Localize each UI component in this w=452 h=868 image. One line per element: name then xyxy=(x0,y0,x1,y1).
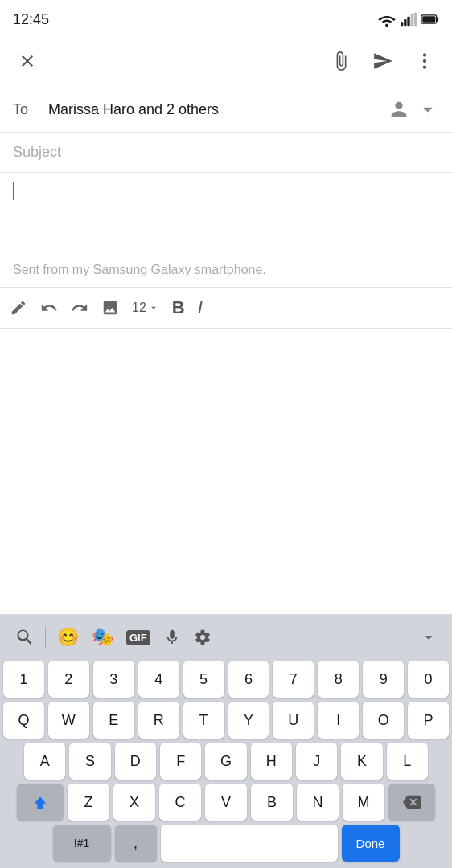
status-bar: 12:45 xyxy=(0,0,452,35)
key-c[interactable]: C xyxy=(159,784,201,821)
close-button[interactable] xyxy=(13,47,42,76)
key-f[interactable]: F xyxy=(160,743,201,780)
hide-keyboard-key[interactable] xyxy=(413,625,444,649)
attach-button[interactable] xyxy=(327,47,355,76)
insert-image-button[interactable] xyxy=(101,299,119,317)
emoji-key[interactable]: 😊 xyxy=(51,624,85,651)
key-n[interactable]: N xyxy=(297,784,339,821)
svg-rect-3 xyxy=(407,17,409,27)
svg-rect-2 xyxy=(404,19,406,26)
key-w[interactable]: W xyxy=(48,702,89,739)
key-s[interactable]: S xyxy=(69,743,110,780)
backspace-key[interactable] xyxy=(388,784,435,821)
svg-point-10 xyxy=(423,59,426,63)
bottom-row: !#1 , Done xyxy=(3,825,449,862)
key-1[interactable]: 1 xyxy=(3,661,44,698)
symbols-key[interactable]: !#1 xyxy=(53,825,111,862)
email-body[interactable] xyxy=(0,173,452,237)
svg-rect-7 xyxy=(437,17,439,21)
zxcv-row: Z X C V B N M xyxy=(3,784,449,821)
key-m[interactable]: M xyxy=(343,784,384,821)
svg-rect-1 xyxy=(401,22,403,26)
key-v[interactable]: V xyxy=(205,784,247,821)
to-value[interactable]: Marissa Haro and 2 others xyxy=(48,101,388,118)
to-field-actions xyxy=(388,98,439,121)
more-button[interactable] xyxy=(410,47,439,76)
key-6[interactable]: 6 xyxy=(228,661,269,698)
key-g[interactable]: G xyxy=(205,743,246,780)
key-8[interactable]: 8 xyxy=(318,661,359,698)
font-size-selector[interactable]: 12 xyxy=(132,301,159,315)
key-j[interactable]: J xyxy=(296,743,337,780)
key-r[interactable]: R xyxy=(138,702,179,739)
comma-key[interactable]: , xyxy=(115,825,157,862)
key-3[interactable]: 3 xyxy=(93,661,134,698)
gif-key[interactable]: GIF xyxy=(120,627,157,649)
key-b[interactable]: B xyxy=(251,784,293,821)
asdf-row: A S D F G H J K L xyxy=(3,743,449,780)
signal-icon xyxy=(401,12,417,27)
key-l[interactable]: L xyxy=(387,743,428,780)
done-key[interactable]: Done xyxy=(342,825,400,862)
key-7[interactable]: 7 xyxy=(273,661,314,698)
sticker-key[interactable]: 🎭 xyxy=(85,624,120,651)
font-size-value: 12 xyxy=(132,301,146,315)
key-4[interactable]: 4 xyxy=(138,661,179,698)
svg-point-11 xyxy=(423,65,426,68)
key-z[interactable]: Z xyxy=(68,784,109,821)
toolbar-right-actions xyxy=(327,47,439,76)
key-q[interactable]: Q xyxy=(3,702,44,739)
status-icons xyxy=(378,12,439,27)
key-9[interactable]: 9 xyxy=(363,661,404,698)
format-toolbar: 12 B I xyxy=(0,287,452,329)
key-5[interactable]: 5 xyxy=(183,661,224,698)
to-field-row[interactable]: To Marissa Haro and 2 others xyxy=(0,87,452,133)
text-cursor xyxy=(13,182,14,200)
keyboard-special-row: 😊 🎭 GIF xyxy=(0,614,452,657)
kbd-divider xyxy=(45,626,46,649)
key-u[interactable]: U xyxy=(273,702,314,739)
svg-rect-4 xyxy=(411,14,413,26)
key-2[interactable]: 2 xyxy=(48,661,89,698)
send-button[interactable] xyxy=(368,47,397,76)
svg-point-9 xyxy=(423,53,426,56)
key-y[interactable]: Y xyxy=(228,702,269,739)
space-key[interactable] xyxy=(161,825,338,862)
key-x[interactable]: X xyxy=(113,784,155,821)
to-label: To xyxy=(13,101,48,118)
email-toolbar xyxy=(0,35,452,87)
expand-recipients-icon[interactable] xyxy=(417,98,439,121)
email-signature: Sent from my Samsung Galaxy smartphone. xyxy=(0,253,452,287)
key-o[interactable]: O xyxy=(363,702,404,739)
qwerty-row: Q W E R T Y U I O P xyxy=(3,702,449,739)
subject-placeholder[interactable]: Subject xyxy=(13,144,61,161)
svg-rect-5 xyxy=(414,13,417,27)
redo-button[interactable] xyxy=(71,299,88,317)
key-h[interactable]: H xyxy=(251,743,292,780)
gif-label: GIF xyxy=(126,630,150,645)
svg-point-0 xyxy=(385,24,388,27)
translate-key[interactable] xyxy=(8,624,40,650)
key-p[interactable]: P xyxy=(408,702,449,739)
wifi-icon xyxy=(378,12,396,27)
key-i[interactable]: I xyxy=(318,702,359,739)
number-row: 1 2 3 4 5 6 7 8 9 0 xyxy=(3,661,449,698)
email-compose-area: To Marissa Haro and 2 others Subject Sen… xyxy=(0,87,452,287)
key-k[interactable]: K xyxy=(341,743,382,780)
status-time: 12:45 xyxy=(13,11,49,28)
contact-icon[interactable] xyxy=(388,98,410,121)
pencil-edit-button[interactable] xyxy=(10,299,27,317)
bold-button[interactable]: B xyxy=(172,297,185,318)
key-t[interactable]: T xyxy=(183,702,224,739)
italic-button[interactable]: I xyxy=(198,297,203,318)
settings-key[interactable] xyxy=(187,625,218,649)
shift-key[interactable] xyxy=(17,784,64,821)
key-0[interactable]: 0 xyxy=(408,661,449,698)
subject-field-row[interactable]: Subject xyxy=(0,133,452,173)
microphone-key[interactable] xyxy=(157,625,187,649)
undo-button[interactable] xyxy=(40,299,58,317)
key-a[interactable]: A xyxy=(24,743,65,780)
key-d[interactable]: D xyxy=(115,743,156,780)
key-e[interactable]: E xyxy=(93,702,134,739)
battery-icon xyxy=(421,14,439,25)
